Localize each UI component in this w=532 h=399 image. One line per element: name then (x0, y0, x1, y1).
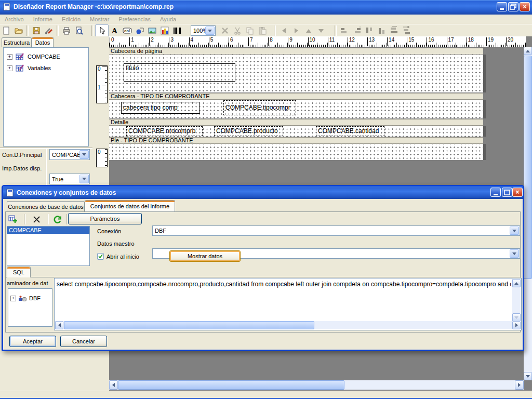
scrollbar-thumb[interactable] (524, 56, 532, 279)
move-left-button[interactable] (277, 25, 290, 36)
menu-archivo[interactable]: Archivo (0, 15, 29, 23)
tab-conjuntos[interactable]: Conjuntos de datos del informe (85, 200, 175, 211)
tab-sql[interactable]: SQL (7, 267, 31, 277)
delete-button[interactable] (219, 25, 231, 36)
expand-icon[interactable]: + (7, 54, 12, 60)
report-item-cantidad[interactable]: COMPCABE.cantidad (316, 126, 384, 136)
dialog-close-button[interactable]: × (512, 188, 523, 197)
menu-preferencias[interactable]: Preferencias (114, 15, 155, 23)
scroll-up-button[interactable] (512, 279, 521, 287)
parameters-button[interactable]: Parámetros (68, 213, 142, 224)
add-dataset-button[interactable] (7, 214, 19, 225)
align-bottom-button[interactable] (376, 25, 388, 36)
dropdown-button[interactable] (79, 150, 89, 159)
band-header-page-header[interactable]: Cabecera de página (109, 48, 483, 55)
same-height-button[interactable] (401, 25, 413, 36)
scroll-right-button[interactable] (512, 321, 521, 329)
dialog-minimize-button[interactable] (490, 188, 501, 197)
band-detail[interactable]: COMPCABE.nrocompro COMPCABE.producto COM… (109, 126, 483, 137)
scroll-right-button[interactable] (515, 380, 524, 390)
band-group-footer[interactable] (109, 144, 483, 160)
main-dataset-select[interactable]: COMPCABE (49, 149, 90, 160)
barcode-tool-button[interactable] (171, 25, 183, 36)
band-group-header[interactable]: cabecera tipo comp COMPCABE.tipocompr (109, 100, 483, 118)
move-up-button[interactable] (302, 25, 315, 36)
image-tool-button[interactable] (146, 25, 158, 36)
move-down-button[interactable] (315, 25, 327, 36)
close-button[interactable]: × (520, 2, 530, 11)
print-button[interactable] (60, 25, 73, 36)
align-right-button[interactable] (351, 25, 363, 36)
band-header-group-footer[interactable]: Pie - TIPO DE COMPROBANTE (109, 137, 483, 144)
menu-informe[interactable]: Informe (29, 15, 57, 23)
align-top-button[interactable] (363, 25, 376, 36)
preview-button[interactable] (73, 25, 85, 36)
sql-horizontal-scrollbar[interactable] (55, 321, 521, 329)
minimize-button[interactable] (497, 2, 507, 11)
move-right-button[interactable] (290, 25, 302, 36)
save-button[interactable] (30, 25, 43, 36)
dropdown-button[interactable] (510, 227, 519, 235)
dialog-title-bar[interactable]: Conexiones y conjuntos de datos × (3, 187, 523, 199)
report-item-cabecera-tipo-comp[interactable]: cabecera tipo comp (121, 102, 200, 114)
scrollbar-thumb[interactable] (64, 321, 314, 329)
scrollbar-thumb[interactable] (118, 380, 344, 390)
tab-conexiones[interactable]: Conexiones de base de datos (7, 201, 85, 211)
tree-item-dbf[interactable]: + DBF (10, 294, 52, 302)
dataset-list[interactable]: COMPCABE (7, 226, 90, 266)
shape-tool-button[interactable] (134, 25, 146, 36)
band-header-group-header[interactable]: Cabecera - TIPO DE COMPROBANTE (109, 93, 483, 100)
sql-text[interactable]: select compcabe.tipocompro,compcabe.nroc… (57, 281, 511, 289)
cut-button[interactable] (231, 25, 244, 36)
select-tool-button[interactable] (95, 24, 109, 37)
dataset-list-item-selected[interactable]: COMPCABE (7, 227, 89, 234)
designer-horizontal-scrollbar[interactable] (109, 380, 524, 390)
sql-vertical-scrollbar[interactable] (512, 279, 521, 322)
main-title-bar[interactable]: Diseñador Report Manager -c:\xx\reportma… (0, 0, 532, 15)
open-at-start-checkbox[interactable] (97, 253, 104, 260)
print-if-select[interactable]: True (49, 174, 90, 184)
menu-ayuda[interactable]: Ayuda (155, 15, 181, 23)
report-item-nrocompro[interactable]: COMPCABE.nrocompro (126, 126, 203, 136)
designer-vertical-scrollbar[interactable] (524, 47, 532, 380)
dialog-maximize-button[interactable] (502, 188, 512, 197)
menu-mostrar[interactable]: Mostrar (85, 15, 114, 23)
align-left-button[interactable] (338, 25, 351, 36)
expand-icon[interactable]: + (7, 65, 12, 71)
tree-item-compcabe[interactable]: + COMPCABE (7, 51, 88, 62)
paste-button[interactable] (256, 25, 269, 36)
restore-button[interactable] (508, 2, 518, 11)
same-width-button[interactable] (388, 25, 401, 36)
tree-item-variables[interactable]: + Variables (7, 62, 88, 74)
tab-datos[interactable]: Datos (32, 37, 54, 47)
zoom-select[interactable]: 100% (191, 25, 216, 36)
tab-estructura[interactable]: Estructura (2, 37, 32, 47)
menu-edicion[interactable]: Edición (57, 15, 85, 23)
delete-dataset-button[interactable] (31, 214, 43, 225)
band-page-header[interactable]: titulo (109, 55, 483, 92)
report-options-button[interactable] (43, 25, 55, 36)
new-button[interactable] (0, 25, 12, 36)
report-item-titulo[interactable]: titulo (124, 63, 235, 82)
open-button[interactable] (12, 25, 25, 36)
sql-editor[interactable]: select compcabe.tipocompro,compcabe.nroc… (54, 278, 522, 330)
scroll-down-button[interactable] (512, 313, 521, 322)
expand-icon[interactable]: + (10, 296, 16, 301)
report-item-tipocompro[interactable]: COMPCABE.tipocompr (223, 100, 296, 115)
copy-button[interactable] (244, 25, 256, 36)
zoom-dropdown-button[interactable] (205, 26, 215, 35)
cancel-button[interactable]: Cancelar (60, 336, 107, 347)
accept-button[interactable]: Aceptar (9, 336, 56, 347)
scroll-down-button[interactable] (524, 372, 532, 380)
scroll-left-button[interactable] (109, 380, 118, 390)
dropdown-button[interactable] (510, 249, 519, 258)
show-data-button[interactable]: Mostrar datos (169, 250, 241, 262)
report-item-producto[interactable]: COMPCABE.producto (214, 126, 283, 136)
scroll-up-button[interactable] (524, 47, 532, 55)
scroll-left-button[interactable] (55, 321, 63, 329)
label-tool-button[interactable]: A (109, 25, 121, 36)
connection-select[interactable]: DBF (152, 225, 520, 236)
expression-tool-button[interactable]: ab (121, 25, 134, 36)
refresh-button[interactable] (51, 214, 64, 225)
chart-tool-button[interactable] (158, 25, 171, 36)
